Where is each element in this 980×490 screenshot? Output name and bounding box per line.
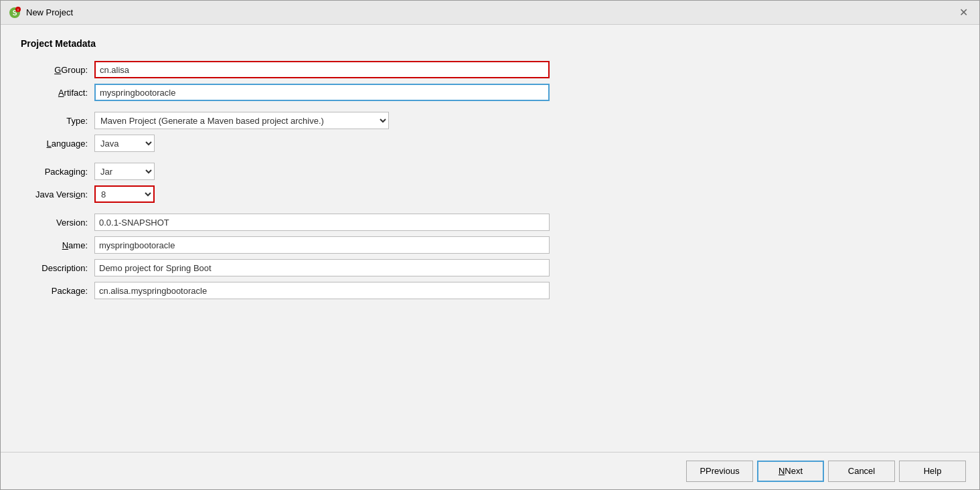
type-label: Type: — [21, 116, 94, 126]
help-button[interactable]: Help — [899, 461, 966, 482]
spacer-3 — [21, 208, 959, 214]
type-row: Type: Maven Project (Generate a Maven ba… — [21, 112, 959, 129]
name-input[interactable] — [94, 236, 550, 254]
artifact-row: Artifact: — [21, 84, 959, 101]
new-project-dialog: S ! New Project ✕ Project Metadata GGrou… — [0, 0, 980, 490]
spacer-2 — [21, 157, 959, 163]
group-label: GGroup: — [21, 65, 94, 75]
language-label: Language: — [21, 139, 94, 149]
section-title: Project Metadata — [21, 38, 959, 49]
group-row: GGroup: — [21, 61, 959, 78]
dialog-content: Project Metadata GGroup: Artifact: Type:… — [1, 25, 979, 452]
name-row: Name: — [21, 236, 959, 254]
description-label: Description: — [21, 263, 94, 273]
description-input[interactable] — [94, 259, 550, 276]
previous-button[interactable]: PPrevious — [686, 461, 753, 482]
group-input[interactable] — [94, 61, 550, 78]
packaging-label: Packaging: — [21, 167, 94, 177]
version-label: Version: — [21, 218, 94, 228]
artifact-label: Artifact: — [21, 88, 94, 98]
java-version-select[interactable]: 8 11 14 15 16 — [94, 185, 155, 203]
title-bar: S ! New Project ✕ — [1, 1, 979, 25]
java-version-row: Java Version: 8 11 14 15 16 — [21, 185, 959, 203]
artifact-input[interactable] — [94, 84, 550, 101]
name-label: Name: — [21, 240, 94, 250]
dialog-title: New Project — [26, 7, 73, 17]
type-select[interactable]: Maven Project (Generate a Maven based pr… — [94, 112, 389, 129]
packaging-row: Packaging: Jar War — [21, 163, 959, 180]
package-label: Package: — [21, 286, 94, 296]
app-icon: S ! — [9, 7, 21, 19]
next-button[interactable]: NNext — [757, 461, 824, 482]
title-bar-left: S ! New Project — [9, 7, 73, 19]
package-input[interactable] — [94, 282, 550, 299]
svg-text:!: ! — [17, 8, 19, 12]
version-input[interactable] — [94, 214, 550, 231]
cancel-button[interactable]: Cancel — [828, 461, 895, 482]
language-select[interactable]: Java Kotlin Groovy — [94, 135, 155, 152]
description-row: Description: — [21, 259, 959, 276]
packaging-select[interactable]: Jar War — [94, 163, 155, 180]
bottom-bar: PPrevious NNext Cancel Help — [1, 452, 979, 489]
close-button[interactable]: ✕ — [955, 5, 971, 21]
package-row: Package: — [21, 282, 959, 299]
version-row: Version: — [21, 214, 959, 231]
language-row: Language: Java Kotlin Groovy — [21, 135, 959, 152]
spacer-1 — [21, 106, 959, 112]
java-version-label: Java Version: — [21, 189, 94, 199]
